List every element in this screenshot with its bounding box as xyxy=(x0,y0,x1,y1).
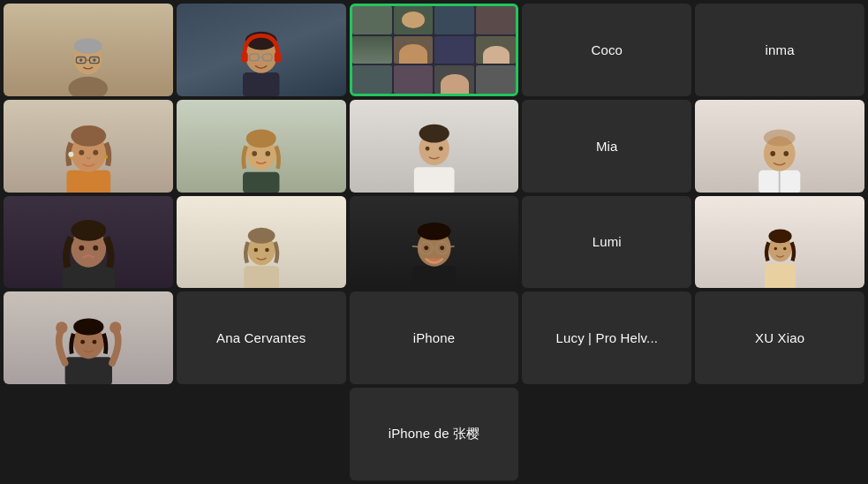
video-cell-coco[interactable]: Coco xyxy=(522,4,691,96)
svg-point-31 xyxy=(419,124,449,142)
svg-rect-60 xyxy=(765,263,796,288)
svg-point-70 xyxy=(80,340,85,344)
svg-point-52 xyxy=(418,223,451,240)
svg-point-43 xyxy=(79,246,84,251)
empty-row5-col1 xyxy=(4,388,173,480)
svg-point-63 xyxy=(774,246,776,249)
video-cell-lucy[interactable]: Lucy | Pro Helv... xyxy=(522,291,691,384)
video-cell-row2-col5[interactable] xyxy=(695,100,864,193)
iphone-label: iPhone xyxy=(410,327,459,349)
svg-rect-40 xyxy=(62,264,115,289)
svg-point-19 xyxy=(79,150,84,155)
svg-point-47 xyxy=(247,228,275,244)
video-cell-row3-col5[interactable] xyxy=(695,196,864,289)
video-cell-mia[interactable]: Mia xyxy=(522,100,691,193)
video-cell-row3-col3[interactable] xyxy=(350,196,519,289)
video-cell-lumi[interactable]: Lumi xyxy=(522,196,691,289)
video-cell-inma[interactable]: inma xyxy=(695,4,864,96)
svg-point-64 xyxy=(783,246,786,249)
svg-point-0 xyxy=(69,77,109,96)
svg-rect-12 xyxy=(275,53,282,63)
svg-point-32 xyxy=(425,147,429,151)
svg-line-56 xyxy=(412,246,420,247)
lumi-label: Lumi xyxy=(589,231,625,253)
svg-point-20 xyxy=(93,150,98,155)
svg-point-69 xyxy=(73,319,103,336)
svg-line-57 xyxy=(448,246,454,247)
svg-rect-65 xyxy=(64,358,111,384)
svg-point-26 xyxy=(246,130,276,148)
svg-point-27 xyxy=(252,151,257,156)
video-cell-3-grid[interactable] xyxy=(350,4,519,96)
svg-point-39 xyxy=(784,151,789,156)
svg-rect-16 xyxy=(66,170,110,193)
video-cell-1[interactable] xyxy=(4,4,173,96)
svg-point-23 xyxy=(68,152,73,157)
svg-point-48 xyxy=(253,248,258,253)
video-cell-2[interactable] xyxy=(177,4,346,96)
lucy-label: Lucy | Pro Helv... xyxy=(553,327,662,349)
svg-rect-11 xyxy=(241,53,248,63)
video-cell-row2-col1[interactable] xyxy=(4,100,173,193)
svg-point-38 xyxy=(771,151,776,156)
coco-label: Coco xyxy=(587,39,626,61)
svg-point-58 xyxy=(424,246,428,250)
svg-point-37 xyxy=(764,130,796,147)
svg-point-18 xyxy=(71,125,106,147)
svg-point-59 xyxy=(440,246,444,250)
video-cell-row3-col1[interactable] xyxy=(4,196,173,289)
video-cell-row3-col2[interactable] xyxy=(177,196,346,289)
svg-point-66 xyxy=(56,322,67,334)
video-cell-iphone-zhang[interactable]: iPhone de 张樱 xyxy=(350,388,519,480)
svg-rect-8 xyxy=(243,72,279,95)
svg-point-62 xyxy=(768,229,791,243)
svg-rect-45 xyxy=(244,266,279,288)
svg-point-2 xyxy=(74,38,102,54)
ana-cervantes-label: Ana Cervantes xyxy=(213,327,309,349)
svg-point-67 xyxy=(109,322,121,334)
video-cell-ana-cervantes[interactable]: Ana Cervantes xyxy=(177,291,346,384)
mia-label: Mia xyxy=(593,135,622,157)
video-cell-row2-col3[interactable] xyxy=(350,100,519,193)
svg-point-7 xyxy=(93,58,96,62)
iphone-zhang-label: iPhone de 张樱 xyxy=(385,422,484,446)
empty-row5-col2 xyxy=(177,388,346,480)
svg-rect-50 xyxy=(412,266,457,289)
svg-point-22 xyxy=(104,155,108,159)
empty-row5-col5 xyxy=(695,388,864,480)
xu-xiao-label: XU Xiao xyxy=(751,327,808,349)
video-cell-iphone[interactable]: iPhone xyxy=(350,291,519,384)
video-cell-row4-col1[interactable] xyxy=(4,291,173,384)
svg-point-6 xyxy=(79,58,83,62)
svg-rect-29 xyxy=(414,167,455,193)
video-grid: Coco inma xyxy=(0,0,868,484)
svg-point-44 xyxy=(93,246,98,251)
svg-point-42 xyxy=(71,220,106,241)
svg-rect-24 xyxy=(243,172,279,193)
svg-point-33 xyxy=(439,147,443,151)
empty-row5-col4 xyxy=(522,388,691,480)
svg-point-71 xyxy=(92,340,96,344)
svg-point-49 xyxy=(265,248,269,253)
video-cell-row2-col2[interactable] xyxy=(177,100,346,193)
inma-label: inma xyxy=(762,39,798,61)
svg-point-28 xyxy=(265,151,270,156)
video-cell-xu-xiao[interactable]: XU Xiao xyxy=(695,291,864,384)
